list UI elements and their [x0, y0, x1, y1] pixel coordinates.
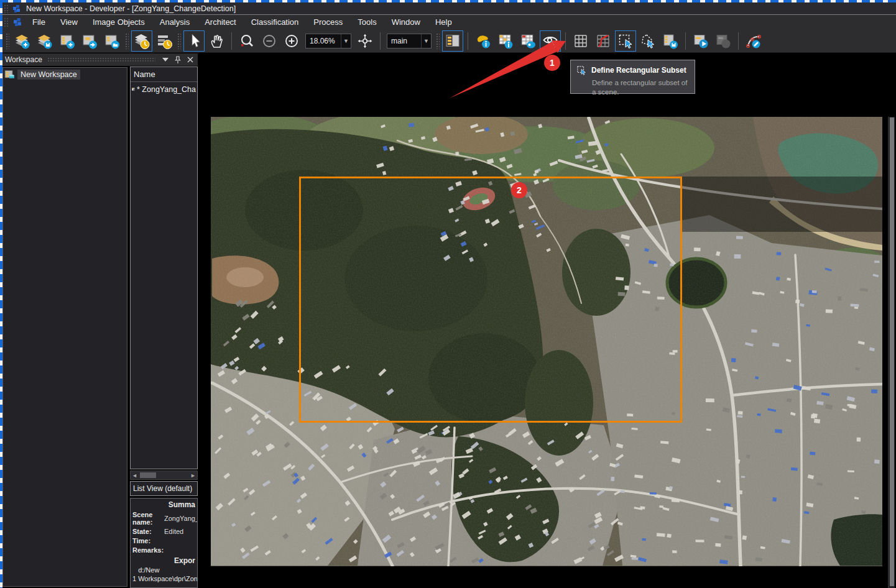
workspace-node-icon — [4, 70, 15, 80]
run-process-icon — [692, 32, 709, 50]
caption-grip[interactable] — [47, 57, 155, 63]
object-table-button[interactable] — [517, 30, 538, 52]
chevron-down-icon[interactable]: ▼ — [421, 34, 431, 48]
zoom-in-icon — [283, 32, 300, 50]
zoom-out-button[interactable] — [259, 30, 280, 52]
panel-pin-button[interactable] — [173, 55, 183, 65]
new-project-button[interactable] — [12, 30, 33, 52]
view-layout-button[interactable] — [442, 30, 463, 52]
scroll-right-arrow-icon[interactable]: ► — [189, 471, 197, 479]
menu-file[interactable]: File — [25, 15, 53, 29]
workspace-tree-panel: New Workspace — [2, 67, 127, 587]
zoom-in-button[interactable] — [281, 30, 302, 52]
menu-tools[interactable]: Tools — [350, 15, 384, 29]
create-scene-button[interactable] — [57, 30, 78, 52]
app-logo-icon — [12, 4, 21, 13]
run-process-button[interactable] — [690, 30, 711, 52]
define-polygon-subset-button[interactable] — [637, 30, 658, 52]
workspace-window-button[interactable] — [131, 30, 152, 52]
zoom-area-button[interactable] — [236, 30, 257, 52]
pan-to-center-button[interactable] — [354, 30, 376, 52]
panel-close-button[interactable] — [185, 55, 195, 65]
tree-item-new-workspace[interactable]: New Workspace — [3, 68, 127, 81]
scene-name-value: ZongYang_ — [164, 515, 198, 522]
window-title: New Workspace - Developer - [ZongYang_Ch… — [26, 4, 236, 13]
toggle-cutline-button[interactable] — [593, 30, 614, 52]
define-rectangular-subset-button[interactable] — [615, 30, 636, 52]
workspace-icon — [133, 32, 150, 50]
save-project-icon — [36, 32, 53, 50]
chevron-down-icon[interactable]: ▼ — [341, 34, 351, 48]
object-table-icon — [519, 32, 537, 50]
open-scene-icon — [103, 32, 121, 50]
toolbar-separator — [380, 32, 381, 50]
view-settings-button[interactable] — [540, 30, 561, 52]
plate-view-icon — [155, 32, 173, 50]
zoom-level-combo[interactable]: 18.06%▼ — [305, 34, 351, 48]
menu-process[interactable]: Process — [306, 15, 350, 29]
select-tool-button[interactable] — [183, 30, 205, 52]
import-scene-button[interactable] — [79, 30, 100, 52]
image-object-information-button[interactable] — [473, 30, 494, 52]
show-grid-button[interactable] — [570, 30, 591, 52]
view-settings-icon — [542, 32, 559, 50]
feature-view-icon — [497, 32, 514, 50]
scrollbar-thumb[interactable] — [890, 117, 894, 586]
menu-image-objects[interactable]: Image Objects — [85, 15, 152, 29]
viewer-vertical-scrollbar[interactable] — [888, 117, 895, 588]
state-label: State: — [132, 528, 162, 535]
scroll-left-arrow-icon[interactable]: ◄ — [131, 471, 139, 479]
toolbar-grip — [6, 33, 9, 49]
stop-process-button-disabled — [713, 30, 734, 52]
map-view[interactable] — [211, 117, 882, 566]
menu-help[interactable]: Help — [428, 15, 460, 29]
hand-icon — [208, 32, 225, 50]
toolbar-separator — [436, 33, 440, 49]
file-row-zongyang[interactable]: * ZongYang_Cha — [131, 82, 197, 96]
import-scene-icon — [81, 32, 98, 50]
open-scene-button[interactable] — [101, 30, 122, 52]
main-toolbar: 18.06%▼ main▼ — [2, 29, 896, 53]
files-horizontal-scrollbar[interactable]: ◄ ► — [130, 471, 198, 480]
satellite-image — [211, 117, 882, 566]
zoom-out-icon — [261, 32, 278, 50]
time-value — [164, 537, 195, 544]
save-subset-button[interactable] — [660, 30, 681, 52]
toolbar-separator — [231, 32, 232, 50]
tree-item-label: New Workspace — [17, 70, 80, 80]
menu-classification[interactable]: Classification — [244, 15, 307, 29]
panel-menu-button[interactable] — [160, 55, 170, 65]
save-subset-icon — [662, 32, 679, 50]
scrollbar-track[interactable] — [139, 471, 189, 479]
pan-tool-button[interactable] — [206, 30, 227, 52]
workspace-files-panel: Name * ZongYang_Cha — [130, 67, 198, 469]
feature-view-button[interactable] — [495, 30, 516, 52]
plate-view-button[interactable] — [154, 30, 175, 52]
files-column-header[interactable]: Name — [131, 67, 197, 82]
menu-grip — [4, 17, 8, 27]
menu-analysis[interactable]: Analysis — [152, 15, 197, 29]
grid-icon — [572, 32, 589, 50]
tooltip-title: Define Rectangular Subset — [591, 66, 686, 75]
map-combo[interactable]: main▼ — [387, 34, 432, 48]
edit-curve-icon — [745, 32, 762, 50]
scrollbar-thumb[interactable] — [140, 472, 156, 478]
menu-bar: File View Image Objects Analysis Archite… — [2, 15, 896, 29]
pan-center-icon — [356, 32, 374, 50]
edit-polygon-button[interactable] — [743, 30, 764, 52]
scene-name-label: Scene name: — [132, 511, 162, 526]
annotation-step-1: 1 — [544, 55, 560, 71]
view-layout-icon — [444, 32, 461, 50]
save-project-button[interactable] — [34, 30, 55, 52]
menu-window[interactable]: Window — [384, 15, 428, 29]
menu-architect[interactable]: Architect — [197, 15, 244, 29]
stop-process-icon — [714, 32, 732, 50]
export-header: Expor — [132, 556, 195, 565]
map-name-value: main — [391, 37, 417, 45]
rectangular-subset-icon — [617, 32, 634, 50]
toolbar-separator — [738, 32, 739, 50]
view-selector-combo[interactable]: List View (default) — [130, 481, 198, 496]
menu-view[interactable]: View — [53, 15, 85, 29]
workspace-panel-caption[interactable]: Workspace — [2, 53, 198, 66]
tooltip-body: Define a rectangular subset of a scene. — [592, 78, 690, 97]
